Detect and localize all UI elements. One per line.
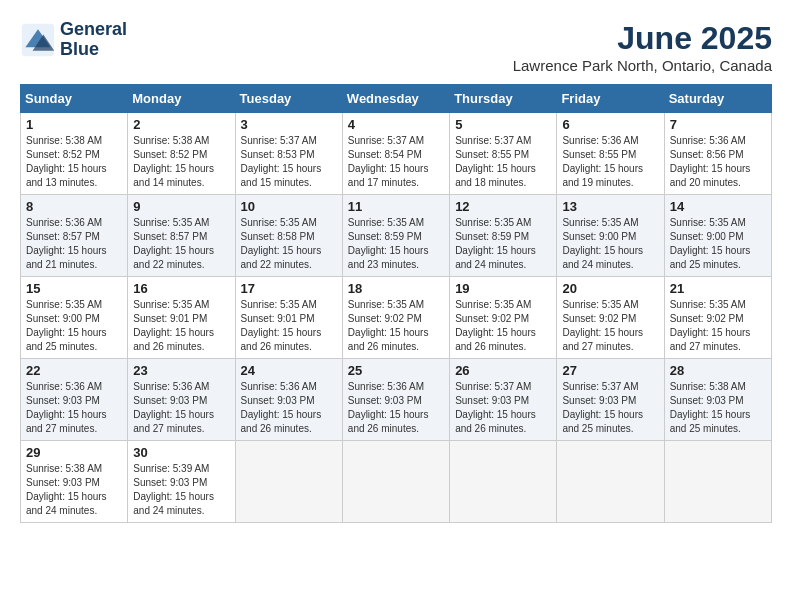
calendar-cell: 1Sunrise: 5:38 AM Sunset: 8:52 PM Daylig… bbox=[21, 113, 128, 195]
day-info: Sunrise: 5:36 AM Sunset: 9:03 PM Dayligh… bbox=[348, 380, 444, 436]
col-tuesday: Tuesday bbox=[235, 85, 342, 113]
day-info: Sunrise: 5:35 AM Sunset: 9:00 PM Dayligh… bbox=[26, 298, 122, 354]
calendar-row: 22Sunrise: 5:36 AM Sunset: 9:03 PM Dayli… bbox=[21, 359, 772, 441]
calendar-cell: 19Sunrise: 5:35 AM Sunset: 9:02 PM Dayli… bbox=[450, 277, 557, 359]
calendar-cell: 12Sunrise: 5:35 AM Sunset: 8:59 PM Dayli… bbox=[450, 195, 557, 277]
day-number: 21 bbox=[670, 281, 766, 296]
calendar-cell: 28Sunrise: 5:38 AM Sunset: 9:03 PM Dayli… bbox=[664, 359, 771, 441]
day-number: 20 bbox=[562, 281, 658, 296]
day-info: Sunrise: 5:35 AM Sunset: 9:01 PM Dayligh… bbox=[241, 298, 337, 354]
day-info: Sunrise: 5:35 AM Sunset: 8:58 PM Dayligh… bbox=[241, 216, 337, 272]
calendar-cell: 25Sunrise: 5:36 AM Sunset: 9:03 PM Dayli… bbox=[342, 359, 449, 441]
calendar-cell: 29Sunrise: 5:38 AM Sunset: 9:03 PM Dayli… bbox=[21, 441, 128, 523]
day-number: 12 bbox=[455, 199, 551, 214]
day-number: 30 bbox=[133, 445, 229, 460]
calendar-cell: 9Sunrise: 5:35 AM Sunset: 8:57 PM Daylig… bbox=[128, 195, 235, 277]
day-info: Sunrise: 5:38 AM Sunset: 9:03 PM Dayligh… bbox=[26, 462, 122, 518]
day-number: 9 bbox=[133, 199, 229, 214]
logo-line1: General bbox=[60, 20, 127, 40]
logo: General Blue bbox=[20, 20, 127, 60]
calendar-cell: 20Sunrise: 5:35 AM Sunset: 9:02 PM Dayli… bbox=[557, 277, 664, 359]
day-number: 4 bbox=[348, 117, 444, 132]
calendar-table: Sunday Monday Tuesday Wednesday Thursday… bbox=[20, 84, 772, 523]
day-number: 27 bbox=[562, 363, 658, 378]
day-info: Sunrise: 5:36 AM Sunset: 9:03 PM Dayligh… bbox=[241, 380, 337, 436]
calendar-row: 1Sunrise: 5:38 AM Sunset: 8:52 PM Daylig… bbox=[21, 113, 772, 195]
calendar-cell: 10Sunrise: 5:35 AM Sunset: 8:58 PM Dayli… bbox=[235, 195, 342, 277]
day-info: Sunrise: 5:35 AM Sunset: 9:02 PM Dayligh… bbox=[455, 298, 551, 354]
day-number: 23 bbox=[133, 363, 229, 378]
day-info: Sunrise: 5:38 AM Sunset: 9:03 PM Dayligh… bbox=[670, 380, 766, 436]
calendar-cell: 2Sunrise: 5:38 AM Sunset: 8:52 PM Daylig… bbox=[128, 113, 235, 195]
calendar-cell: 3Sunrise: 5:37 AM Sunset: 8:53 PM Daylig… bbox=[235, 113, 342, 195]
day-info: Sunrise: 5:37 AM Sunset: 8:55 PM Dayligh… bbox=[455, 134, 551, 190]
day-info: Sunrise: 5:37 AM Sunset: 8:53 PM Dayligh… bbox=[241, 134, 337, 190]
day-info: Sunrise: 5:38 AM Sunset: 8:52 PM Dayligh… bbox=[26, 134, 122, 190]
day-info: Sunrise: 5:36 AM Sunset: 9:03 PM Dayligh… bbox=[133, 380, 229, 436]
day-number: 24 bbox=[241, 363, 337, 378]
calendar-cell: 16Sunrise: 5:35 AM Sunset: 9:01 PM Dayli… bbox=[128, 277, 235, 359]
day-info: Sunrise: 5:36 AM Sunset: 8:57 PM Dayligh… bbox=[26, 216, 122, 272]
day-number: 11 bbox=[348, 199, 444, 214]
day-number: 14 bbox=[670, 199, 766, 214]
calendar-cell: 24Sunrise: 5:36 AM Sunset: 9:03 PM Dayli… bbox=[235, 359, 342, 441]
calendar-row: 29Sunrise: 5:38 AM Sunset: 9:03 PM Dayli… bbox=[21, 441, 772, 523]
day-info: Sunrise: 5:35 AM Sunset: 9:02 PM Dayligh… bbox=[670, 298, 766, 354]
day-number: 18 bbox=[348, 281, 444, 296]
day-info: Sunrise: 5:36 AM Sunset: 8:55 PM Dayligh… bbox=[562, 134, 658, 190]
col-friday: Friday bbox=[557, 85, 664, 113]
calendar-cell: 13Sunrise: 5:35 AM Sunset: 9:00 PM Dayli… bbox=[557, 195, 664, 277]
day-number: 3 bbox=[241, 117, 337, 132]
calendar-row: 15Sunrise: 5:35 AM Sunset: 9:00 PM Dayli… bbox=[21, 277, 772, 359]
col-monday: Monday bbox=[128, 85, 235, 113]
calendar-cell: 6Sunrise: 5:36 AM Sunset: 8:55 PM Daylig… bbox=[557, 113, 664, 195]
calendar-cell: 30Sunrise: 5:39 AM Sunset: 9:03 PM Dayli… bbox=[128, 441, 235, 523]
day-info: Sunrise: 5:37 AM Sunset: 9:03 PM Dayligh… bbox=[455, 380, 551, 436]
day-number: 8 bbox=[26, 199, 122, 214]
location-title: Lawrence Park North, Ontario, Canada bbox=[513, 57, 772, 74]
calendar-cell: 11Sunrise: 5:35 AM Sunset: 8:59 PM Dayli… bbox=[342, 195, 449, 277]
day-info: Sunrise: 5:35 AM Sunset: 8:57 PM Dayligh… bbox=[133, 216, 229, 272]
day-number: 15 bbox=[26, 281, 122, 296]
calendar-cell: 8Sunrise: 5:36 AM Sunset: 8:57 PM Daylig… bbox=[21, 195, 128, 277]
calendar-cell bbox=[235, 441, 342, 523]
day-number: 28 bbox=[670, 363, 766, 378]
calendar-cell: 4Sunrise: 5:37 AM Sunset: 8:54 PM Daylig… bbox=[342, 113, 449, 195]
month-title: June 2025 bbox=[513, 20, 772, 57]
calendar-cell bbox=[342, 441, 449, 523]
logo-line2: Blue bbox=[60, 40, 127, 60]
calendar-header-row: Sunday Monday Tuesday Wednesday Thursday… bbox=[21, 85, 772, 113]
page-header: General Blue June 2025 Lawrence Park Nor… bbox=[20, 20, 772, 74]
day-number: 25 bbox=[348, 363, 444, 378]
calendar-cell: 15Sunrise: 5:35 AM Sunset: 9:00 PM Dayli… bbox=[21, 277, 128, 359]
day-info: Sunrise: 5:35 AM Sunset: 9:02 PM Dayligh… bbox=[348, 298, 444, 354]
calendar-cell: 18Sunrise: 5:35 AM Sunset: 9:02 PM Dayli… bbox=[342, 277, 449, 359]
day-info: Sunrise: 5:36 AM Sunset: 9:03 PM Dayligh… bbox=[26, 380, 122, 436]
calendar-cell bbox=[664, 441, 771, 523]
day-info: Sunrise: 5:39 AM Sunset: 9:03 PM Dayligh… bbox=[133, 462, 229, 518]
day-info: Sunrise: 5:35 AM Sunset: 8:59 PM Dayligh… bbox=[455, 216, 551, 272]
calendar-cell bbox=[450, 441, 557, 523]
day-number: 29 bbox=[26, 445, 122, 460]
day-info: Sunrise: 5:35 AM Sunset: 8:59 PM Dayligh… bbox=[348, 216, 444, 272]
day-number: 10 bbox=[241, 199, 337, 214]
day-info: Sunrise: 5:38 AM Sunset: 8:52 PM Dayligh… bbox=[133, 134, 229, 190]
day-number: 19 bbox=[455, 281, 551, 296]
calendar-cell: 27Sunrise: 5:37 AM Sunset: 9:03 PM Dayli… bbox=[557, 359, 664, 441]
day-info: Sunrise: 5:36 AM Sunset: 8:56 PM Dayligh… bbox=[670, 134, 766, 190]
day-number: 6 bbox=[562, 117, 658, 132]
day-number: 7 bbox=[670, 117, 766, 132]
calendar-cell: 5Sunrise: 5:37 AM Sunset: 8:55 PM Daylig… bbox=[450, 113, 557, 195]
day-info: Sunrise: 5:35 AM Sunset: 9:00 PM Dayligh… bbox=[670, 216, 766, 272]
day-number: 1 bbox=[26, 117, 122, 132]
logo-text: General Blue bbox=[60, 20, 127, 60]
calendar-cell: 26Sunrise: 5:37 AM Sunset: 9:03 PM Dayli… bbox=[450, 359, 557, 441]
calendar-row: 8Sunrise: 5:36 AM Sunset: 8:57 PM Daylig… bbox=[21, 195, 772, 277]
col-saturday: Saturday bbox=[664, 85, 771, 113]
day-number: 13 bbox=[562, 199, 658, 214]
calendar-cell: 14Sunrise: 5:35 AM Sunset: 9:00 PM Dayli… bbox=[664, 195, 771, 277]
day-number: 26 bbox=[455, 363, 551, 378]
col-thursday: Thursday bbox=[450, 85, 557, 113]
col-sunday: Sunday bbox=[21, 85, 128, 113]
day-info: Sunrise: 5:37 AM Sunset: 9:03 PM Dayligh… bbox=[562, 380, 658, 436]
